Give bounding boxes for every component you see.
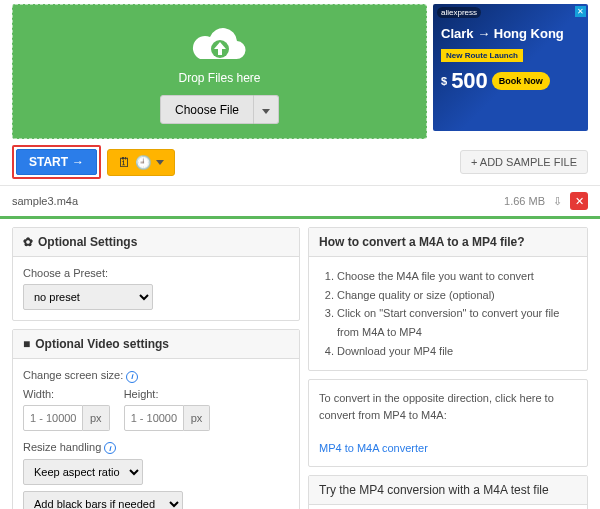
- ad-destination: Clark → Hong Kong: [441, 26, 588, 41]
- ad-book-button[interactable]: Book Now: [492, 72, 550, 90]
- calendar-icon: 🗓: [118, 155, 131, 170]
- ad-banner[interactable]: aliexpress ✕ Clark → Hong Kong New Route…: [433, 4, 588, 131]
- black-bars-select[interactable]: Add black bars if needed: [23, 491, 183, 509]
- width-input[interactable]: [23, 405, 83, 431]
- ad-brand: aliexpress: [437, 7, 481, 18]
- file-name: sample3.m4a: [12, 195, 78, 207]
- demo-panel: Try the MP4 conversion with a M4A test f…: [308, 475, 588, 509]
- howto-steps: Choose the M4A file you want to convert …: [319, 267, 577, 360]
- remove-file-button[interactable]: ✕: [570, 192, 588, 210]
- choose-file-caret-button[interactable]: [254, 95, 279, 124]
- chevron-down-icon: [156, 160, 164, 165]
- howto-panel: How to convert a M4A to a MP4 file? Choo…: [308, 227, 588, 371]
- optional-settings-panel: ✿Optional Settings Choose a Preset: no p…: [12, 227, 300, 321]
- height-input[interactable]: [124, 405, 184, 431]
- info-icon[interactable]: i: [104, 442, 116, 454]
- file-size: 1.66 MB: [504, 195, 545, 207]
- arrow-right-icon: →: [72, 155, 84, 169]
- start-button[interactable]: START→: [16, 149, 97, 175]
- reverse-link[interactable]: MP4 to M4A converter: [319, 442, 428, 454]
- ad-currency: $: [441, 75, 447, 87]
- start-highlight: START→: [12, 145, 101, 179]
- add-sample-file-button[interactable]: + ADD SAMPLE FILE: [460, 150, 588, 174]
- preset-label: Choose a Preset:: [23, 267, 289, 279]
- file-dropzone[interactable]: Drop Files here Choose File: [12, 4, 427, 139]
- reverse-panel: To convert in the opposite direction, cl…: [308, 379, 588, 467]
- dropzone-text: Drop Files here: [178, 71, 260, 85]
- download-icon[interactable]: ⇩: [553, 195, 562, 208]
- ad-route-badge: New Route Launch: [441, 49, 523, 62]
- cloud-upload-icon: [192, 25, 248, 65]
- ad-close-icon[interactable]: ✕: [575, 6, 586, 17]
- gear-icon: ✿: [23, 235, 33, 249]
- choose-file-button[interactable]: Choose File: [160, 95, 254, 124]
- preset-select[interactable]: no preset: [23, 284, 153, 310]
- video-settings-panel: ■Optional Video settings Change screen s…: [12, 329, 300, 509]
- clock-icon: 🕘: [135, 155, 152, 170]
- ad-price: 500: [451, 68, 488, 94]
- file-list-row: sample3.m4a 1.66 MB ⇩ ✕: [0, 185, 600, 219]
- schedule-button[interactable]: 🗓 🕘: [107, 149, 175, 176]
- info-icon[interactable]: i: [126, 371, 138, 383]
- aspect-ratio-select[interactable]: Keep aspect ratio: [23, 459, 143, 485]
- video-icon: ■: [23, 337, 30, 351]
- chevron-down-icon: [262, 109, 270, 114]
